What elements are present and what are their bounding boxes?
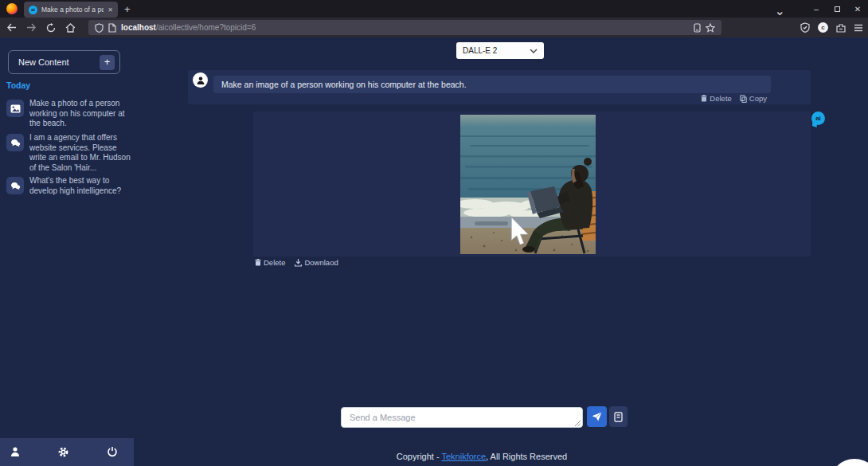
copyright-text: Copyright - Teknikforce, All Rights Rese… [96,452,868,461]
window-controls: – ✕ [806,0,868,18]
user-message-row: Make an image of a person working on his… [188,70,811,104]
user-avatar [193,72,208,88]
tracking-shield-icon[interactable] [95,23,104,33]
sidebar-item-intelligence-topic[interactable]: What's the best way to develop high inte… [6,176,131,196]
toolbar-right-icons: c [800,20,863,35]
copy-label: Copy [749,94,767,103]
browser-tab-bar: ai Make a photo of a person worki ✕ + ⌄ … [0,0,868,18]
trash-icon [255,259,261,266]
sidebar-item-label: I am a agency that offers website servic… [29,133,131,173]
download-image-button[interactable]: Downlaod [295,258,338,267]
message-input[interactable] [341,407,583,428]
maximize-button[interactable] [827,5,847,14]
profile-avatar[interactable]: c [818,22,828,33]
send-button[interactable] [587,406,607,427]
tab-list-chevron-icon[interactable]: ⌄ [775,3,785,18]
chat-icon [6,177,24,194]
sidebar-item-photo-topic[interactable]: Make a photo of a person working on his … [6,99,131,129]
person-icon [196,76,205,85]
url-text: localhost/aicollective/home?topicid=6 [121,23,256,32]
browser-nav-bar: localhost/aicollective/home?topicid=6 [0,18,868,37]
ai-assistant-badge: ai [811,112,825,125]
new-content-button[interactable]: New Content + [8,50,120,74]
copyright-prefix: Copyright - [397,452,442,461]
summary-button[interactable] [609,406,628,427]
assistant-response-block: ai [253,112,811,256]
firefox-logo-icon[interactable] [6,3,18,14]
permissions-shield-icon[interactable] [800,22,810,33]
sidebar-item-email-topic[interactable]: I am a agency that offers website servic… [6,133,131,173]
tab-close-icon[interactable]: ✕ [108,6,113,14]
home-icon[interactable] [65,23,76,33]
notebook-icon [614,412,623,422]
tab-title: Make a photo of a person worki [41,6,104,14]
delete-response-button[interactable]: Delete [255,258,285,267]
mouse-cursor [510,213,530,249]
copy-message-button[interactable]: Copy [740,94,767,103]
url-host: localhost [121,23,156,32]
image-icon [6,100,24,117]
reload-icon[interactable] [46,23,56,33]
model-select[interactable]: DALL-E 2 [456,42,544,59]
delete-label: Delete [710,94,731,103]
url-path: /aicollective/home?topicid=6 [156,23,256,32]
delete-message-button[interactable]: Delete [701,94,731,103]
extensions-icon[interactable] [836,23,846,33]
delete-label: Delete [264,258,285,267]
reader-mode-icon[interactable] [694,23,701,33]
page-info-icon[interactable] [108,23,116,33]
chevron-down-icon [530,49,538,53]
message-actions: Delete Copy [701,94,767,103]
back-icon[interactable] [6,23,17,32]
generated-image[interactable] [460,115,596,254]
url-bar[interactable]: localhost/aicollective/home?topicid=6 [88,20,721,35]
maximize-icon [835,6,840,12]
menu-icon[interactable] [854,24,863,32]
chat-icon [6,134,24,151]
user-message-bubble: Make an image of a person working on his… [213,76,771,93]
copy-icon [740,95,747,103]
trash-icon [701,95,707,102]
copyright-suffix: , All Rights Reserved [486,452,567,461]
forward-icon[interactable] [26,23,37,32]
sidebar-item-label: What's the best way to develop high inte… [29,176,131,196]
new-content-label: New Content [18,57,100,67]
close-window-button[interactable]: ✕ [847,5,868,14]
new-tab-button[interactable]: + [124,2,131,17]
settings-gear-icon[interactable] [57,446,69,458]
download-label: Downlaod [304,258,338,267]
minimize-button[interactable]: – [806,5,827,14]
sidebar-item-label: Make a photo of a person working on his … [29,99,131,129]
brand-link[interactable]: Teknikforce [441,452,486,461]
download-icon [295,259,302,267]
response-actions: Delete Downlaod [255,258,338,267]
badge-tail [812,121,817,127]
app-page: New Content + Today Make a photo of a pe… [0,37,868,466]
model-select-value: DALL-E 2 [463,46,530,55]
history-section-label: Today [6,80,30,90]
user-profile-icon[interactable] [10,446,21,457]
user-message-text: Make an image of a person working on his… [221,80,467,89]
browser-tab[interactable]: ai Make a photo of a person worki ✕ [24,2,118,18]
app-favicon-icon: ai [29,6,37,14]
send-icon [592,412,602,421]
bookmark-star-icon[interactable] [706,23,715,33]
plus-icon[interactable]: + [100,55,115,70]
